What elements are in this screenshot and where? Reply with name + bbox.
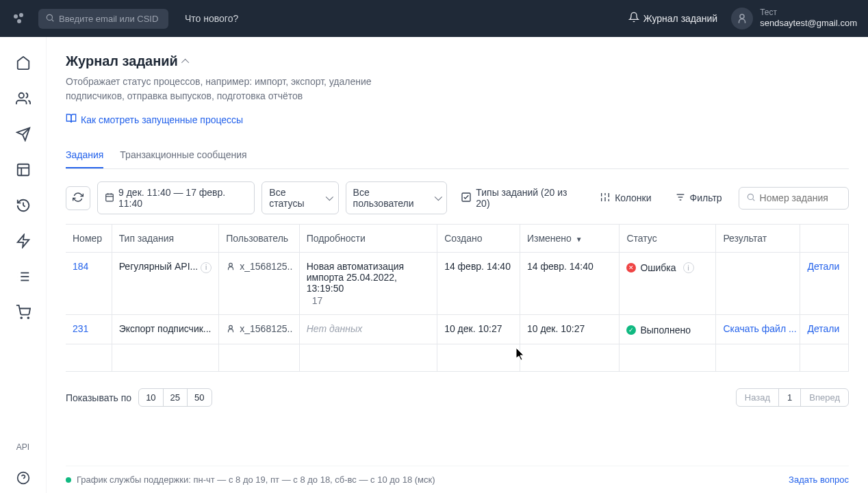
main-content: Журнал заданий Отображает статус процесс…	[47, 37, 868, 493]
task-types-label: Типы заданий (20 из 20)	[476, 187, 576, 209]
filter-icon	[675, 192, 686, 205]
search-icon	[746, 192, 756, 204]
task-modified: 10 дек. 10:27	[520, 315, 619, 344]
user-icon	[226, 262, 235, 271]
task-details-2: 17	[307, 295, 430, 306]
status-filter-label: Все статусы	[269, 187, 322, 209]
task-details: Нет данных	[307, 323, 363, 334]
task-user: x_1568125...	[240, 323, 292, 334]
pager-next[interactable]: Вперед	[801, 389, 848, 406]
svg-point-39	[748, 194, 753, 199]
status-error-icon: ✕	[626, 263, 636, 273]
task-number-link[interactable]: 184	[73, 261, 88, 272]
filter-button[interactable]: Фильтр	[668, 187, 729, 210]
svg-point-5	[740, 14, 744, 18]
col-status[interactable]: Статус	[620, 225, 716, 253]
info-icon[interactable]: i	[683, 262, 694, 273]
col-number[interactable]: Номер	[66, 225, 112, 253]
sidebar-cart-icon[interactable]	[8, 297, 38, 327]
col-modified[interactable]: Изменено ▼	[520, 225, 619, 253]
info-icon[interactable]: i	[201, 262, 212, 273]
user-label: Тест	[760, 8, 857, 18]
tab-transactional[interactable]: Транзакционные сообщения	[120, 142, 246, 168]
date-range-label: 9 дек. 11:40 — 17 февр. 11:40	[118, 187, 247, 209]
task-types-button[interactable]: Типы заданий (20 из 20)	[454, 182, 583, 214]
task-type: Регулярный API...	[119, 261, 199, 272]
sidebar-help-icon[interactable]	[8, 463, 38, 493]
page-size-label: Показывать по	[66, 392, 131, 403]
filter-label: Фильтр	[690, 192, 722, 203]
task-modified: 14 февр. 14:40	[520, 253, 619, 315]
howto-label: Как смотреть запущенные процессы	[81, 114, 243, 125]
pager-prev[interactable]: Назад	[737, 389, 779, 406]
date-range-button[interactable]: 9 дек. 11:40 — 17 февр. 11:40	[97, 181, 255, 214]
sidebar-layout-icon[interactable]	[8, 155, 38, 185]
checklist-icon	[461, 192, 472, 205]
whats-new-link[interactable]: Что нового?	[185, 13, 238, 24]
search-icon	[45, 13, 55, 25]
task-number-link[interactable]: 231	[73, 323, 88, 334]
page-title: Журнал заданий	[66, 53, 178, 69]
howto-link[interactable]: Как смотреть запущенные процессы	[66, 113, 849, 126]
columns-label: Колонки	[615, 192, 651, 203]
task-status: Ошибка	[640, 262, 676, 273]
col-details[interactable]: Подробности	[299, 225, 437, 253]
user-avatar-icon	[731, 8, 753, 29]
journal-label: Журнал заданий	[643, 13, 718, 24]
svg-point-3	[47, 14, 52, 20]
task-number-search[interactable]	[739, 187, 849, 210]
task-created: 14 февр. 14:40	[437, 253, 520, 315]
svg-rect-25	[106, 194, 114, 201]
sidebar-history-icon[interactable]	[8, 190, 38, 220]
svg-line-4	[52, 19, 54, 21]
svg-marker-14	[17, 235, 29, 247]
footer: График службы поддержки: пн-чт — с 8 до …	[66, 466, 849, 493]
user-menu[interactable]: Тест sendsaytest@gmail.com	[731, 8, 857, 29]
col-user[interactable]: Пользователь	[219, 225, 299, 253]
journal-link[interactable]: Журнал заданий	[628, 12, 718, 25]
page-size-50[interactable]: 50	[188, 389, 211, 406]
user-filter-button[interactable]: Все пользователи	[346, 181, 448, 214]
status-filter-button[interactable]: Все статусы	[261, 181, 338, 214]
page-size-10[interactable]: 10	[139, 389, 163, 406]
logo-icon[interactable]	[11, 10, 27, 27]
details-link[interactable]: Детали	[807, 261, 839, 272]
col-result[interactable]: Результат	[716, 225, 800, 253]
app-header: Что нового? Журнал заданий Тест sendsayt…	[0, 0, 868, 37]
task-status: Выполнено	[640, 325, 691, 336]
svg-point-41	[229, 263, 233, 266]
col-type[interactable]: Тип задания	[112, 225, 219, 253]
task-created: 10 дек. 10:27	[437, 315, 520, 344]
sidebar-send-icon[interactable]	[8, 119, 38, 149]
tasks-table: Номер Тип задания Пользователь Подробнос…	[66, 224, 849, 372]
tab-tasks[interactable]: Задания	[66, 142, 103, 168]
global-search-input[interactable]	[59, 14, 162, 24]
task-user: x_1568125...	[240, 261, 292, 272]
pagination: Показывать по 10 25 50 Назад 1 Вперед	[66, 388, 849, 418]
sidebar-zap-icon[interactable]	[8, 226, 38, 256]
svg-point-42	[229, 325, 233, 329]
svg-point-21	[21, 317, 22, 318]
columns-button[interactable]: Колонки	[593, 187, 658, 210]
ask-question-link[interactable]: Задать вопрос	[789, 475, 849, 485]
toolbar: 9 дек. 11:40 — 17 февр. 11:40 Все статус…	[66, 181, 849, 214]
col-actions	[800, 225, 849, 253]
page-size-25[interactable]: 25	[164, 389, 188, 406]
sidebar-list-icon[interactable]	[8, 262, 38, 292]
chevron-up-icon[interactable]	[181, 58, 189, 66]
user-email: sendsaytest@gmail.com	[760, 18, 857, 29]
svg-line-40	[752, 199, 754, 201]
sidebar-api-link[interactable]: API	[16, 442, 29, 452]
download-link[interactable]: Скачать файл ...	[723, 323, 796, 334]
task-number-input[interactable]	[760, 192, 841, 203]
pager-current[interactable]: 1	[779, 389, 801, 406]
col-created[interactable]: Создано	[437, 225, 520, 253]
global-search[interactable]	[38, 9, 168, 29]
tabs: Задания Транзакционные сообщения	[66, 142, 849, 169]
refresh-button[interactable]	[66, 186, 90, 210]
details-link[interactable]: Детали	[807, 323, 839, 334]
table-row: 184 Регулярный API...i x_1568125... Нова…	[66, 253, 849, 315]
sidebar-home-icon[interactable]	[8, 48, 38, 78]
chevron-down-icon	[326, 193, 333, 201]
sidebar-users-icon[interactable]	[8, 84, 38, 114]
